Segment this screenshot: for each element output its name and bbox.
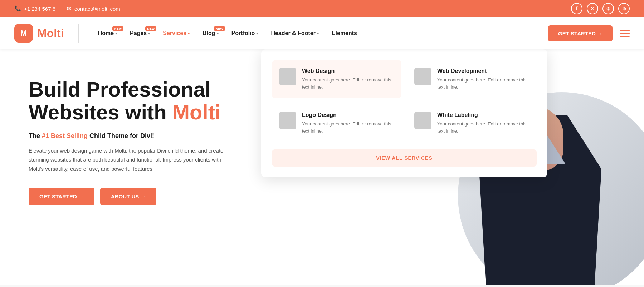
nav-services[interactable]: Services ▾ bbox=[158, 27, 195, 39]
header-cta-button[interactable]: GET STARTED → bbox=[548, 25, 613, 41]
nav-pages-chevron: ▾ bbox=[148, 31, 150, 35]
nav-portfolio-chevron: ▾ bbox=[256, 31, 258, 35]
get-started-button[interactable]: GET STARTED → bbox=[29, 188, 94, 205]
hero-title: Build Professional Websites with Molti bbox=[29, 78, 240, 124]
nav-pages-badge: NEW bbox=[145, 26, 156, 31]
nav-blog[interactable]: Blog NEW ▾ bbox=[197, 27, 224, 39]
header: M Molti Home NEW ▾ Pages NEW ▾ Services … bbox=[0, 17, 644, 49]
nav-header-footer-chevron: ▾ bbox=[317, 31, 319, 35]
email-icon: ✉ bbox=[67, 5, 72, 12]
main-nav: Home NEW ▾ Pages NEW ▾ Services ▾ Blog N… bbox=[93, 27, 548, 39]
email-contact[interactable]: ✉ contact@molti.com bbox=[67, 5, 120, 12]
facebook-icon[interactable]: f bbox=[571, 3, 582, 14]
phone-number: +1 234 567 8 bbox=[24, 6, 55, 12]
nav-home[interactable]: Home NEW ▾ bbox=[93, 27, 122, 39]
web-dev-title: Web Development bbox=[437, 68, 530, 74]
nav-elements-label: Elements bbox=[332, 30, 357, 36]
hero-subtitle-suffix: Child Theme for Divi! bbox=[88, 132, 154, 139]
web-design-info: Web Design Your content goes here. Edit … bbox=[302, 68, 394, 90]
hamburger-menu[interactable] bbox=[620, 30, 630, 37]
top-bar-left: 📞 +1 234 567 8 ✉ contact@molti.com bbox=[14, 5, 120, 12]
twitter-x-icon[interactable]: ✕ bbox=[587, 3, 598, 14]
web-dev-icon bbox=[414, 68, 431, 85]
logo-design-info: Logo Design Your content goes here. Edit… bbox=[302, 112, 394, 134]
hero-subtitle-prefix: The bbox=[29, 132, 42, 139]
logo-area[interactable]: M Molti bbox=[14, 24, 79, 43]
white-labeling-icon bbox=[414, 112, 431, 129]
hero-description: Elevate your web design game with Molti,… bbox=[29, 146, 229, 174]
service-card-web-dev[interactable]: Web Development Your content goes here. … bbox=[407, 60, 537, 98]
hamburger-line-2 bbox=[620, 33, 630, 34]
nav-services-chevron: ▾ bbox=[188, 31, 190, 35]
nav-portfolio-label: Portfolio bbox=[231, 30, 255, 36]
logo-text: Molti bbox=[37, 27, 64, 40]
nav-home-badge: NEW bbox=[112, 26, 123, 31]
get-started-label: GET STARTED → bbox=[39, 193, 84, 199]
logo-design-icon bbox=[279, 112, 296, 129]
nav-portfolio[interactable]: Portfolio ▾ bbox=[226, 27, 263, 39]
white-labeling-title: White Labeling bbox=[437, 112, 530, 118]
hamburger-line-3 bbox=[620, 36, 630, 37]
hero-section: Build Professional Websites with Molti T… bbox=[0, 49, 644, 285]
service-card-web-design[interactable]: Web Design Your content goes here. Edit … bbox=[272, 60, 401, 98]
dribbble-icon[interactable]: ⊕ bbox=[618, 3, 630, 14]
nav-blog-badge: NEW bbox=[214, 26, 225, 31]
logo-design-description: Your content goes here. Edit or remove t… bbox=[302, 120, 394, 134]
services-dropdown: Web Design Your content goes here. Edit … bbox=[261, 49, 547, 177]
nav-header-footer[interactable]: Header & Footer ▾ bbox=[266, 27, 323, 39]
nav-home-label: Home bbox=[98, 30, 114, 36]
about-us-button[interactable]: ABOUT US → bbox=[100, 188, 157, 205]
social-links: f ✕ ◎ ⊕ bbox=[571, 3, 630, 14]
nav-services-label: Services bbox=[163, 30, 186, 36]
white-labeling-description: Your content goes here. Edit or remove t… bbox=[437, 120, 530, 134]
view-all-label: VIEW ALL SERVICES bbox=[376, 155, 433, 161]
web-dev-info: Web Development Your content goes here. … bbox=[437, 68, 530, 90]
service-card-logo[interactable]: Logo Design Your content goes here. Edit… bbox=[272, 104, 401, 142]
nav-pages-label: Pages bbox=[130, 30, 147, 36]
web-dev-description: Your content goes here. Edit or remove t… bbox=[437, 76, 530, 90]
phone-icon: 📞 bbox=[14, 5, 21, 12]
logo-icon: M bbox=[14, 24, 33, 43]
nav-blog-chevron: ▾ bbox=[217, 31, 219, 35]
logo-design-title: Logo Design bbox=[302, 112, 394, 118]
phone-contact[interactable]: 📞 +1 234 567 8 bbox=[14, 5, 55, 12]
hamburger-line-1 bbox=[620, 30, 630, 31]
web-design-icon bbox=[279, 68, 296, 85]
hero-subtitle-highlight: #1 Best Selling bbox=[42, 132, 88, 139]
header-cta-label: GET STARTED → bbox=[558, 30, 602, 36]
hero-subtitle: The #1 Best Selling Child Theme for Divi… bbox=[29, 132, 240, 140]
white-labeling-info: White Labeling Your content goes here. E… bbox=[437, 112, 530, 134]
service-card-white-label[interactable]: White Labeling Your content goes here. E… bbox=[407, 104, 537, 142]
nav-pages[interactable]: Pages NEW ▾ bbox=[125, 27, 155, 39]
hero-title-line2: Websites with bbox=[29, 100, 167, 124]
hero-content: Build Professional Websites with Molti T… bbox=[0, 49, 261, 285]
nav-blog-label: Blog bbox=[203, 30, 215, 36]
view-all-services-button[interactable]: VIEW ALL SERVICES bbox=[272, 149, 537, 167]
nav-header-footer-label: Header & Footer bbox=[271, 30, 315, 36]
hero-buttons: GET STARTED → ABOUT US → bbox=[29, 188, 240, 205]
services-grid: Web Design Your content goes here. Edit … bbox=[272, 60, 537, 142]
top-bar: 📞 +1 234 567 8 ✉ contact@molti.com f ✕ ◎… bbox=[0, 0, 644, 17]
hero-title-highlight: Molti bbox=[172, 100, 221, 124]
instagram-icon[interactable]: ◎ bbox=[602, 3, 614, 14]
nav-elements[interactable]: Elements bbox=[327, 27, 362, 39]
email-address: contact@molti.com bbox=[74, 6, 120, 12]
about-us-label: ABOUT US → bbox=[111, 193, 146, 199]
web-design-description: Your content goes here. Edit or remove t… bbox=[302, 76, 394, 90]
hero-title-line1: Build Professional bbox=[29, 78, 211, 101]
web-design-title: Web Design bbox=[302, 68, 394, 74]
nav-home-chevron: ▾ bbox=[115, 31, 117, 35]
